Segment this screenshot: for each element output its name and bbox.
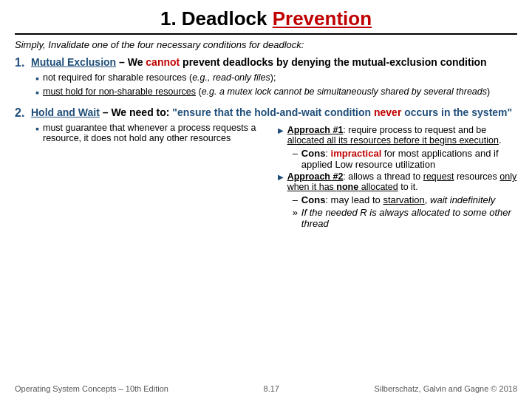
footer-right: Silberschatz, Galvin and Gagne © 2018: [375, 384, 517, 393]
list-item: must hold for non-sharable resources (e.…: [35, 86, 517, 98]
section-2-num: 2.: [15, 106, 28, 120]
section-2-title: Hold and Wait – We need to: "ensure that…: [31, 106, 512, 118]
list-item: If the needed R is always allocated to s…: [293, 207, 517, 229]
approaches-list: Approach #1: require process to request …: [278, 125, 517, 231]
section-2: 2. Hold and Wait – We need to: "ensure t…: [15, 106, 517, 233]
footer: Operating System Concepts – 10th Edition…: [0, 384, 532, 393]
subtitle: Simply, Invalidate one of the four neces…: [15, 39, 517, 50]
list-item: not required for sharable resources (e.g…: [35, 72, 517, 84]
sub-sub-list: If the needed R is always allocated to s…: [293, 207, 517, 229]
bullet-text: not required for sharable resources (e.g…: [43, 72, 276, 83]
approach-1-text: Approach #1: require process to request …: [287, 125, 517, 146]
approach-2-item: Approach #2: allows a thread to request …: [278, 171, 517, 192]
cons-2: Cons: may lead to starvation, wait indef…: [293, 194, 517, 205]
list-item: must guarantee that whenever a process r…: [35, 123, 517, 231]
page-title: 1. Deadlock Prevention: [15, 7, 517, 30]
section-1-header: 1. Mutual Exclusion – We cannot prevent …: [15, 56, 517, 69]
footer-left: Operating System Concepts – 10th Edition: [15, 384, 168, 393]
section-2-term: Hold and Wait: [31, 106, 100, 118]
section-1-num: 1.: [15, 56, 28, 69]
title-prefix: 1. Deadlock: [160, 7, 273, 30]
bullet-text: must hold for non-sharable resources (e.…: [43, 86, 490, 97]
section-2-bullets: must guarantee that whenever a process r…: [35, 123, 517, 231]
title-underline: Prevention: [273, 7, 372, 30]
section-1-term: Mutual Exclusion: [31, 56, 116, 68]
section-2-header: 2. Hold and Wait – We need to: "ensure t…: [15, 106, 517, 120]
page: 1. Deadlock Prevention Simply, Invalidat…: [0, 0, 532, 399]
bullet-text: must guarantee that whenever a process r…: [43, 123, 270, 143]
section-1-title: Mutual Exclusion – We cannot prevent dea…: [31, 56, 487, 68]
title-area: 1. Deadlock Prevention: [15, 7, 517, 35]
footer-center: 8.17: [264, 384, 279, 393]
cons-1: Cons: impractical for most applications …: [293, 148, 517, 170]
approach-1-item: Approach #1: require process to request …: [278, 125, 517, 146]
approach-2-text: Approach #2: allows a thread to request …: [287, 171, 517, 192]
section-1: 1. Mutual Exclusion – We cannot prevent …: [15, 56, 517, 100]
section-1-bullets: not required for sharable resources (e.g…: [35, 72, 517, 98]
